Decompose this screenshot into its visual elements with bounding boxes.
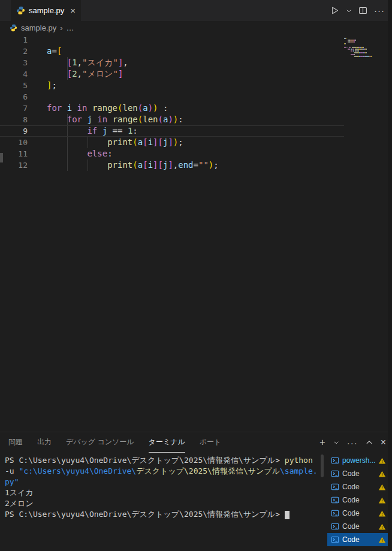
panel-more-icon[interactable]: ···	[347, 438, 358, 448]
line-number[interactable]: 1	[0, 34, 28, 46]
line-number[interactable]: 11	[0, 148, 28, 159]
warning-icon	[378, 483, 386, 491]
code-text: ];	[28, 80, 57, 91]
panel-tab-2[interactable]: デバッグ コンソール	[66, 432, 134, 453]
warning-icon	[378, 510, 386, 517]
code-text: [2,"メロン"]	[28, 68, 123, 80]
close-panel-icon[interactable]: ×	[381, 438, 386, 447]
terminal-output[interactable]: PS C:\Users\yuyu4\OneDrive\デスクトップ\2025\情…	[0, 453, 327, 551]
minimap-line	[344, 38, 386, 39]
panel-actions: + ··· ×	[319, 438, 386, 448]
terminal-row: PS C:\Users\yuyu4\OneDrive\デスクトップ\2025\情…	[5, 509, 327, 520]
breadcrumb: sample.py › …	[0, 21, 392, 34]
code-text: for j in range(len(a)):	[28, 114, 183, 125]
panel-tab-4[interactable]: ポート	[200, 432, 222, 453]
terminal-row: PS C:\Users\yuyu4\OneDrive\デスクトップ\2025\情…	[5, 455, 327, 466]
line-number[interactable]: 6	[0, 91, 28, 103]
panel-tabs: 問題出力デバッグ コンソールターミナルポート	[8, 432, 221, 453]
editor-tab-bar: sample.py × ···	[0, 0, 392, 21]
code-text: [1,"スイカ"],	[28, 57, 128, 68]
minimap-line	[344, 47, 386, 48]
terminal-icon	[331, 509, 339, 517]
line-number[interactable]: 4	[0, 68, 28, 80]
terminal-session-item[interactable]: Code	[327, 520, 392, 533]
terminal-session-item[interactable]: Code	[327, 533, 392, 546]
terminal-session-item[interactable]: Code	[327, 493, 392, 507]
bottom-panel: 問題出力デバッグ コンソールターミナルポート + ··· × PS C:\Use…	[0, 432, 392, 551]
terminal-session-list: powersh...CodeCodeCodeCodeCodeCode	[327, 453, 392, 551]
code-line[interactable]: 6	[0, 91, 392, 103]
line-number[interactable]: 5	[0, 80, 28, 91]
panel-tab-0[interactable]: 問題	[8, 432, 23, 453]
new-terminal-icon[interactable]: +	[319, 438, 325, 447]
split-editor-icon[interactable]	[358, 6, 367, 15]
window-scrollbar-track[interactable]	[388, 0, 392, 551]
terminal-session-label: Code	[342, 535, 375, 544]
code-lines: 12a=[3 [1,"スイカ"],4 [2,"メロン"]5];67for i i…	[0, 34, 392, 171]
code-line[interactable]: 7for i in range(len(a)) :	[0, 103, 392, 114]
code-text: print(a[i][j],end="");	[28, 159, 219, 171]
terminal-session-item[interactable]: Code	[327, 467, 392, 480]
maximize-panel-icon[interactable]	[366, 439, 373, 446]
panel-body: PS C:\Users\yuyu4\OneDrive\デスクトップ\2025\情…	[0, 453, 392, 551]
minimap-line	[344, 56, 386, 57]
code-line[interactable]: 3 [1,"スイカ"],	[0, 57, 392, 68]
terminal-session-item[interactable]: powersh...	[327, 454, 392, 467]
tab-sample-py[interactable]: sample.py ×	[11, 0, 81, 21]
minimap-line	[344, 50, 386, 52]
code-line[interactable]: 10 print(a[i][j]);	[0, 137, 392, 148]
breadcrumb-chevron-icon: ›	[60, 23, 62, 32]
terminal-icon	[331, 469, 339, 478]
code-text: else:	[28, 148, 113, 159]
panel-tab-1[interactable]: 出力	[37, 432, 52, 453]
line-number[interactable]: 7	[0, 103, 28, 114]
terminal-session-label: Code	[342, 469, 375, 478]
panel-header: 問題出力デバッグ コンソールターミナルポート + ··· ×	[0, 432, 392, 453]
tab-close-icon[interactable]: ×	[70, 5, 76, 16]
code-text	[28, 34, 47, 46]
warning-icon	[378, 470, 386, 478]
breadcrumb-symbol-more[interactable]: …	[67, 23, 74, 32]
minimap-line	[344, 52, 386, 53]
code-line[interactable]: 5];	[0, 80, 392, 91]
terminal-icon	[331, 483, 339, 491]
code-text: for i in range(len(a)) :	[28, 103, 168, 114]
terminal-row: 1スイカ	[5, 487, 327, 498]
terminal-profile-dropdown-icon[interactable]	[333, 439, 339, 445]
code-line[interactable]: 4 [2,"メロン"]	[0, 68, 392, 80]
more-actions-icon[interactable]: ···	[374, 5, 385, 16]
run-dropdown-icon[interactable]	[346, 8, 352, 14]
terminal-session-item[interactable]: Code	[327, 480, 392, 493]
terminal-session-label: Code	[342, 509, 375, 517]
warning-icon	[378, 536, 386, 544]
warning-icon	[378, 523, 386, 531]
line-number[interactable]: 12	[0, 159, 28, 171]
code-line[interactable]: 12 print(a[i][j],end="");	[0, 159, 392, 171]
line-number[interactable]: 10	[0, 137, 28, 148]
minimap[interactable]	[344, 36, 386, 58]
code-line[interactable]: 8 for j in range(len(a)):	[0, 114, 392, 125]
tab-label: sample.py	[29, 6, 64, 15]
warning-icon	[378, 496, 386, 504]
line-number[interactable]: 9	[0, 125, 28, 137]
run-button[interactable]	[330, 6, 339, 15]
line-number[interactable]: 8	[0, 114, 28, 125]
terminal-row: -u "c:\Users\yuyu4\OneDrive\デスクトップ\2025\…	[5, 466, 327, 477]
line-number[interactable]: 2	[0, 46, 28, 57]
minimap-line	[344, 49, 386, 50]
line-number[interactable]: 3	[0, 57, 28, 68]
code-text: print(a[i][j]);	[28, 137, 183, 148]
minimap-line	[344, 40, 386, 41]
panel-tab-3[interactable]: ターミナル	[149, 432, 185, 453]
breadcrumb-file[interactable]: sample.py	[21, 23, 56, 32]
terminal-row: py"	[5, 477, 327, 487]
code-line[interactable]: 1	[0, 34, 392, 46]
code-line[interactable]: 11 else:	[0, 148, 392, 159]
code-text: if j == 1:	[28, 125, 138, 137]
code-editor[interactable]: 12a=[3 [1,"スイカ"],4 [2,"メロン"]5];67for i i…	[0, 34, 392, 432]
code-line[interactable]: 2a=[	[0, 46, 392, 57]
code-line[interactable]: 9 if j == 1:	[0, 125, 392, 137]
terminal-session-item[interactable]: Code	[327, 507, 392, 520]
terminal-scrollbar[interactable]	[321, 454, 324, 477]
python-file-icon	[10, 24, 17, 32]
